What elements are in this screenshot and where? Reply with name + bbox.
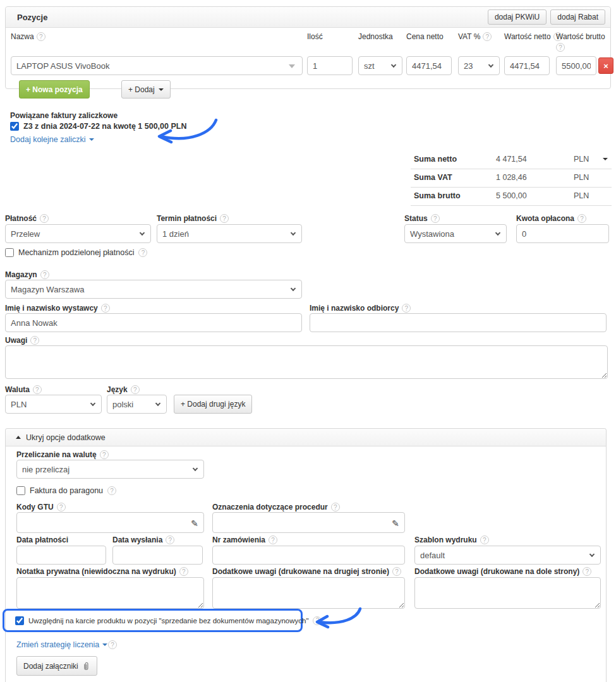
zaliczki-title: Powiązane faktury zaliczkowe [10,111,118,120]
data-wyslania-label: Data wysłania? [112,535,174,544]
pozycje-panel: Pozycje dodaj PKWiU dodaj Rabat Nazwa? I… [5,6,611,89]
termin-label: Termin płatności? [157,214,229,223]
odbiorca-input[interactable] [310,313,607,332]
col-header-wartosc-brutto: Wartość brutto? [556,32,605,52]
help-icon[interactable]: ? [101,304,110,313]
col-header-jednostka: Jednostka [358,32,393,41]
add-more-button[interactable]: + Dodaj [121,80,171,99]
help-icon[interactable]: ? [33,385,42,394]
add-rabat-button[interactable]: dodaj Rabat [550,9,605,25]
new-item-button[interactable]: + Nowa pozycja [19,80,90,99]
help-icon[interactable]: ? [107,486,116,495]
zaliczka-checkbox[interactable] [10,122,19,131]
strategia-link[interactable]: Zmień strategię liczenia [16,640,107,649]
szablon-select[interactable]: default [414,546,601,565]
procedury-input[interactable]: ✎ [212,512,405,533]
caret-down-icon [102,643,107,646]
help-icon[interactable]: ? [131,385,140,394]
przeliczanie-select[interactable]: nie przeliczaj [16,460,204,479]
quantity-input[interactable] [307,56,353,75]
waluta-label: Waluta? [5,385,42,394]
col-header-ilosc: Ilość [307,32,323,41]
item-name-combobox[interactable]: LAPTOP ASUS VivoBook [11,56,303,75]
add-pkwiu-button[interactable]: dodaj PKWiU [488,9,547,25]
help-icon[interactable]: ? [138,248,147,257]
col-header-wartosc-netto: Wartość netto? [504,32,562,41]
termin-select[interactable]: 1 dzień [157,224,302,243]
chevron-down-icon [90,401,95,406]
gtu-label: Kody GTU? [16,503,66,512]
help-icon[interactable]: ? [331,503,340,512]
nr-zamowienia-input[interactable] [212,546,405,565]
help-icon[interactable]: ? [40,214,49,223]
help-icon[interactable]: ? [483,32,492,41]
help-icon[interactable]: ? [577,214,586,223]
col-header-vat: VAT %? [458,32,492,41]
help-icon[interactable]: ? [583,567,591,576]
annotation-arrow [311,606,364,631]
delete-row-button[interactable]: × [598,57,613,74]
jezyk-label: Język? [107,385,140,394]
notatka-textarea[interactable] [16,577,204,609]
options-panel: Ukryj opcje dodatkowe Przeliczanie na wa… [5,428,607,682]
uwagi-dol-label: Dodatkowe uwagi (drukowane na dole stron… [414,567,591,576]
data-platnosci-input[interactable] [16,546,106,565]
vat-select[interactable]: 23 [458,56,500,75]
help-icon[interactable]: ? [166,535,174,544]
help-icon[interactable]: ? [392,567,401,576]
summary-currency-caret-icon[interactable] [603,158,608,160]
help-icon[interactable]: ? [431,214,440,223]
jezyk-select[interactable]: polski [107,395,167,414]
uwagi-strona2-textarea[interactable] [212,577,405,609]
summary-row-brutto: Suma brutto 5 500,00 PLN [411,188,612,206]
szablon-label: Szablon wydruku? [414,535,489,544]
chevron-down-icon [140,230,145,236]
help-icon[interactable]: ? [480,535,489,544]
magazyn-label: Magazyn? [5,270,49,279]
help-icon[interactable]: ? [100,450,109,459]
uwzglednij-checkbox[interactable] [15,616,24,625]
help-icon[interactable]: ? [556,43,565,52]
uwagi-textarea[interactable] [5,345,608,379]
paragon-checkbox[interactable] [16,486,25,495]
dropdown-arrow-icon [289,64,295,68]
magazyn-select[interactable]: Magazyn Warszawa [5,280,302,299]
caret-down-icon [159,88,164,91]
pencil-icon: ✎ [392,518,399,529]
chevron-down-icon [155,401,160,406]
unit-select[interactable]: szt [358,56,402,75]
add-zaliczki-link[interactable]: Dodaj kolejne zaliczki [10,135,94,144]
net-value-input[interactable] [504,56,550,75]
help-icon[interactable]: ? [37,32,45,41]
waluta-select[interactable]: PLN [5,395,102,414]
help-icon[interactable]: ? [30,336,39,345]
help-icon[interactable]: ? [179,567,188,576]
gtu-input[interactable]: ✎ [16,512,204,533]
help-icon[interactable]: ? [40,270,49,279]
procedury-label: Oznaczenia dotyczące procedur? [212,503,340,512]
help-icon[interactable]: ? [220,214,229,223]
platnosc-select[interactable]: Przelew [5,224,151,243]
nr-zamowienia-label: Nr zamówienia? [212,535,277,544]
uwagi-dol-textarea[interactable] [414,577,601,609]
data-wyslania-input[interactable] [112,546,203,565]
caret-down-icon [89,138,94,141]
status-select[interactable]: Wystawiona [404,224,507,243]
help-icon[interactable]: ? [57,503,66,512]
split-payment-checkbox[interactable] [5,248,14,257]
status-label: Status? [404,214,440,223]
kwota-oplacona-input[interactable] [516,224,609,243]
uwagi-label: Uwagi? [5,336,39,345]
help-icon[interactable]: ? [269,535,277,544]
help-icon[interactable]: ? [402,304,411,313]
wystawca-input[interactable] [5,313,302,332]
gross-value-input[interactable] [556,56,596,75]
help-icon[interactable]: ? [108,640,117,649]
chevron-down-icon [291,230,296,236]
split-payment-label: Mechanizm podzielonej płatności [18,248,134,257]
options-panel-header[interactable]: Ukryj opcje dodatkowe [6,429,606,446]
zalaczniki-button[interactable]: Dodaj załączniki [16,656,97,676]
paperclip-icon [82,662,90,671]
net-price-input[interactable] [406,56,452,75]
add-language-button[interactable]: + Dodaj drugi język [174,395,252,414]
